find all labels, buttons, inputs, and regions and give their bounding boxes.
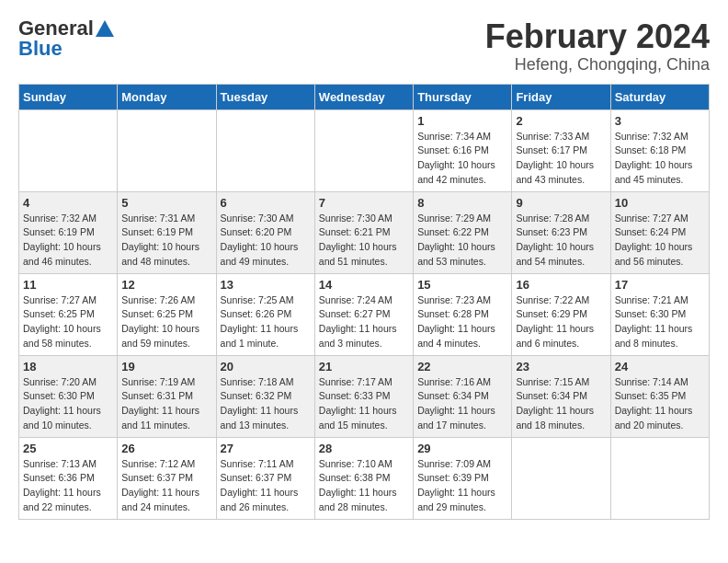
calendar-cell: 5Sunrise: 7:31 AM Sunset: 6:19 PM Daylig…	[118, 191, 216, 273]
day-info: Sunrise: 7:13 AM Sunset: 6:36 PM Dayligh…	[23, 457, 113, 515]
day-number: 23	[516, 360, 606, 373]
day-info: Sunrise: 7:33 AM Sunset: 6:17 PM Dayligh…	[516, 130, 606, 188]
day-info: Sunrise: 7:26 AM Sunset: 6:25 PM Dayligh…	[121, 293, 211, 351]
calendar-cell: 4Sunrise: 7:32 AM Sunset: 6:19 PM Daylig…	[19, 191, 118, 273]
calendar-day-header: Thursday	[414, 84, 512, 109]
day-number: 6	[221, 196, 311, 210]
day-number: 18	[23, 360, 113, 373]
calendar-day-header: Monday	[118, 84, 216, 109]
calendar-cell: 17Sunrise: 7:21 AM Sunset: 6:30 PM Dayli…	[610, 273, 709, 355]
day-number: 22	[417, 360, 507, 373]
day-info: Sunrise: 7:30 AM Sunset: 6:20 PM Dayligh…	[221, 212, 311, 270]
calendar-cell: 21Sunrise: 7:17 AM Sunset: 6:33 PM Dayli…	[314, 355, 413, 437]
calendar-cell: 27Sunrise: 7:11 AM Sunset: 6:37 PM Dayli…	[216, 437, 314, 519]
day-info: Sunrise: 7:10 AM Sunset: 6:38 PM Dayligh…	[319, 457, 409, 515]
day-info: Sunrise: 7:11 AM Sunset: 6:37 PM Dayligh…	[221, 457, 311, 515]
calendar-week-row: 4Sunrise: 7:32 AM Sunset: 6:19 PM Daylig…	[19, 191, 710, 273]
calendar-day-header: Sunday	[19, 84, 118, 109]
calendar-cell: 13Sunrise: 7:25 AM Sunset: 6:26 PM Dayli…	[216, 273, 314, 355]
day-info: Sunrise: 7:21 AM Sunset: 6:30 PM Dayligh…	[615, 293, 705, 351]
day-number: 4	[23, 196, 113, 210]
calendar-cell: 9Sunrise: 7:28 AM Sunset: 6:23 PM Daylig…	[512, 191, 610, 273]
logo-blue: Blue	[18, 39, 63, 59]
calendar-cell: 12Sunrise: 7:26 AM Sunset: 6:25 PM Dayli…	[118, 273, 216, 355]
day-number: 20	[221, 360, 311, 373]
day-info: Sunrise: 7:28 AM Sunset: 6:23 PM Dayligh…	[516, 212, 606, 270]
calendar-cell: 15Sunrise: 7:23 AM Sunset: 6:28 PM Dayli…	[414, 273, 512, 355]
day-number: 15	[417, 278, 507, 292]
day-info: Sunrise: 7:30 AM Sunset: 6:21 PM Dayligh…	[319, 212, 409, 270]
logo: General Blue	[18, 18, 114, 59]
day-number: 17	[615, 278, 705, 292]
calendar-day-header: Friday	[512, 84, 610, 109]
calendar-week-row: 18Sunrise: 7:20 AM Sunset: 6:30 PM Dayli…	[19, 355, 710, 437]
day-number: 11	[23, 278, 113, 292]
calendar-header-row: SundayMondayTuesdayWednesdayThursdayFrid…	[19, 84, 710, 109]
calendar-table: SundayMondayTuesdayWednesdayThursdayFrid…	[18, 84, 710, 520]
calendar-cell	[512, 437, 610, 519]
day-info: Sunrise: 7:25 AM Sunset: 6:26 PM Dayligh…	[221, 293, 311, 351]
day-number: 26	[121, 442, 211, 455]
logo-icon	[96, 20, 114, 37]
day-info: Sunrise: 7:12 AM Sunset: 6:37 PM Dayligh…	[121, 457, 211, 515]
day-number: 9	[516, 196, 606, 210]
day-number: 1	[417, 114, 507, 128]
day-number: 5	[121, 196, 211, 210]
svg-marker-0	[96, 20, 114, 37]
day-info: Sunrise: 7:20 AM Sunset: 6:30 PM Dayligh…	[23, 375, 113, 433]
calendar-week-row: 25Sunrise: 7:13 AM Sunset: 6:36 PM Dayli…	[19, 437, 710, 519]
page-header: General Blue February 2024 Hefeng, Chong…	[18, 18, 710, 75]
main-title: February 2024	[485, 18, 710, 55]
day-info: Sunrise: 7:18 AM Sunset: 6:32 PM Dayligh…	[221, 375, 311, 433]
subtitle: Hefeng, Chongqing, China	[485, 55, 710, 75]
day-number: 16	[516, 278, 606, 292]
calendar-cell: 29Sunrise: 7:09 AM Sunset: 6:39 PM Dayli…	[414, 437, 512, 519]
calendar-cell	[19, 109, 118, 191]
day-info: Sunrise: 7:31 AM Sunset: 6:19 PM Dayligh…	[121, 212, 211, 270]
calendar-cell: 20Sunrise: 7:18 AM Sunset: 6:32 PM Dayli…	[216, 355, 314, 437]
day-info: Sunrise: 7:34 AM Sunset: 6:16 PM Dayligh…	[417, 130, 507, 188]
calendar-cell: 2Sunrise: 7:33 AM Sunset: 6:17 PM Daylig…	[512, 109, 610, 191]
calendar-cell: 11Sunrise: 7:27 AM Sunset: 6:25 PM Dayli…	[19, 273, 118, 355]
day-number: 25	[23, 442, 113, 455]
day-number: 29	[417, 442, 507, 455]
day-number: 19	[121, 360, 211, 373]
day-info: Sunrise: 7:32 AM Sunset: 6:18 PM Dayligh…	[615, 130, 705, 188]
calendar-cell: 16Sunrise: 7:22 AM Sunset: 6:29 PM Dayli…	[512, 273, 610, 355]
calendar-cell: 22Sunrise: 7:16 AM Sunset: 6:34 PM Dayli…	[414, 355, 512, 437]
calendar-week-row: 1Sunrise: 7:34 AM Sunset: 6:16 PM Daylig…	[19, 109, 710, 191]
day-number: 10	[615, 196, 705, 210]
calendar-cell: 8Sunrise: 7:29 AM Sunset: 6:22 PM Daylig…	[414, 191, 512, 273]
calendar-cell: 28Sunrise: 7:10 AM Sunset: 6:38 PM Dayli…	[314, 437, 413, 519]
logo-general: General	[18, 18, 94, 39]
calendar-day-header: Wednesday	[314, 84, 413, 109]
day-info: Sunrise: 7:29 AM Sunset: 6:22 PM Dayligh…	[417, 212, 507, 270]
day-info: Sunrise: 7:14 AM Sunset: 6:35 PM Dayligh…	[615, 375, 705, 433]
day-number: 2	[516, 114, 606, 128]
day-info: Sunrise: 7:09 AM Sunset: 6:39 PM Dayligh…	[417, 457, 507, 515]
day-number: 13	[221, 278, 311, 292]
day-info: Sunrise: 7:16 AM Sunset: 6:34 PM Dayligh…	[417, 375, 507, 433]
day-info: Sunrise: 7:22 AM Sunset: 6:29 PM Dayligh…	[516, 293, 606, 351]
day-info: Sunrise: 7:19 AM Sunset: 6:31 PM Dayligh…	[121, 375, 211, 433]
calendar-cell: 10Sunrise: 7:27 AM Sunset: 6:24 PM Dayli…	[610, 191, 709, 273]
day-number: 24	[615, 360, 705, 373]
day-number: 28	[319, 442, 409, 455]
day-number: 14	[319, 278, 409, 292]
calendar-cell: 14Sunrise: 7:24 AM Sunset: 6:27 PM Dayli…	[314, 273, 413, 355]
calendar-cell: 25Sunrise: 7:13 AM Sunset: 6:36 PM Dayli…	[19, 437, 118, 519]
calendar-cell	[610, 437, 709, 519]
day-number: 7	[319, 196, 409, 210]
calendar-cell: 3Sunrise: 7:32 AM Sunset: 6:18 PM Daylig…	[610, 109, 709, 191]
calendar-cell: 7Sunrise: 7:30 AM Sunset: 6:21 PM Daylig…	[314, 191, 413, 273]
day-info: Sunrise: 7:23 AM Sunset: 6:28 PM Dayligh…	[417, 293, 507, 351]
calendar-cell: 23Sunrise: 7:15 AM Sunset: 6:34 PM Dayli…	[512, 355, 610, 437]
day-number: 27	[221, 442, 311, 455]
calendar-cell: 1Sunrise: 7:34 AM Sunset: 6:16 PM Daylig…	[414, 109, 512, 191]
title-section: February 2024 Hefeng, Chongqing, China	[485, 18, 710, 75]
calendar-cell: 26Sunrise: 7:12 AM Sunset: 6:37 PM Dayli…	[118, 437, 216, 519]
day-number: 8	[417, 196, 507, 210]
day-info: Sunrise: 7:27 AM Sunset: 6:25 PM Dayligh…	[23, 293, 113, 351]
calendar-cell: 6Sunrise: 7:30 AM Sunset: 6:20 PM Daylig…	[216, 191, 314, 273]
day-info: Sunrise: 7:32 AM Sunset: 6:19 PM Dayligh…	[23, 212, 113, 270]
